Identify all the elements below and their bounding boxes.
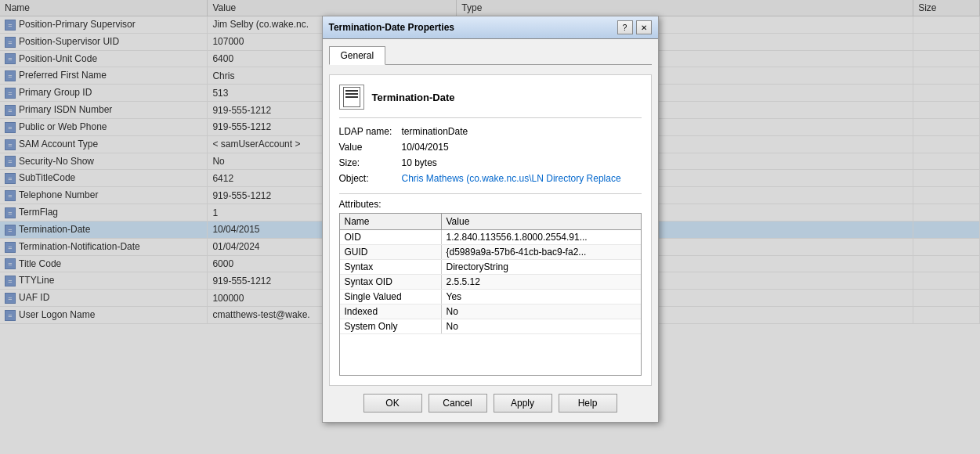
modal-overlay: Termination-Date Properties ? ✕ General [0, 0, 980, 454]
attr-row[interactable]: System OnlyNo [340, 319, 641, 334]
value-value: 10/04/2015 [402, 142, 642, 153]
attr-row[interactable]: SyntaxDirectoryString [340, 260, 641, 275]
tab-general[interactable]: General [329, 46, 386, 65]
attr-col-value: Value [442, 214, 641, 229]
attr-row[interactable]: GUID{d5989a9a-57b6-41cb-bac9-fa2... [340, 245, 641, 260]
close-title-button[interactable]: ✕ [636, 20, 652, 34]
modal-body: General Termination-Date [323, 39, 658, 422]
header-section: Termination-Date [339, 85, 642, 118]
object-value[interactable]: Chris Mathews (co.wake.nc.us\LN Director… [402, 173, 642, 184]
size-value: 10 bytes [402, 157, 642, 168]
attr-value: 1.2.840.113556.1.8000.2554.91... [442, 230, 641, 244]
size-label: Size: [339, 157, 402, 168]
value-row: Value 10/04/2015 [339, 142, 642, 153]
attr-name: OID [340, 230, 442, 244]
property-title: Termination-Date [372, 92, 455, 103]
attr-value: {d5989a9a-57b6-41cb-bac9-fa2... [442, 245, 641, 259]
object-row: Object: Chris Mathews (co.wake.nc.us\LN … [339, 173, 642, 184]
attr-value: Yes [442, 290, 641, 304]
attr-col-name: Name [340, 214, 442, 229]
separator [339, 193, 642, 194]
attr-row[interactable]: OID1.2.840.113556.1.8000.2554.91... [340, 230, 641, 245]
attributes-label: Attributes: [339, 199, 642, 210]
cancel-button[interactable]: Cancel [429, 394, 487, 413]
content-area: Termination-Date LDAP name: terminationD… [329, 74, 652, 386]
ldap-value: terminationDate [402, 126, 642, 137]
ldap-row: LDAP name: terminationDate [339, 126, 642, 137]
attr-value: No [442, 319, 641, 333]
ldap-label: LDAP name: [339, 126, 402, 137]
attr-value: DirectoryString [442, 260, 641, 274]
modal-titlebar: Termination-Date Properties ? ✕ [323, 16, 658, 39]
attr-name: Single Valued [340, 290, 442, 304]
main-window: Name Value Type Size =Position-Primary S… [0, 0, 980, 454]
attr-name: Syntax [340, 260, 442, 274]
help-title-button[interactable]: ? [617, 20, 633, 34]
attr-value: No [442, 304, 641, 319]
attributes-body[interactable]: OID1.2.840.113556.1.8000.2554.91...GUID{… [340, 230, 641, 375]
attributes-header: Name Value [340, 214, 641, 230]
dialog-buttons: OK Cancel Apply Help [329, 386, 652, 416]
apply-button[interactable]: Apply [494, 394, 552, 413]
ok-button[interactable]: OK [363, 394, 422, 413]
attr-value: 2.5.5.12 [442, 275, 641, 289]
attr-name: Indexed [340, 304, 442, 319]
attr-row[interactable]: Single ValuedYes [340, 290, 641, 304]
help-button[interactable]: Help [559, 394, 617, 413]
doc-icon [339, 85, 364, 110]
attr-row[interactable]: IndexedNo [340, 304, 641, 319]
size-row: Size: 10 bytes [339, 157, 642, 168]
modal-dialog: Termination-Date Properties ? ✕ General [322, 16, 659, 423]
tab-strip: General [329, 45, 652, 65]
attr-name: GUID [340, 245, 442, 259]
attr-row[interactable]: Syntax OID2.5.5.12 [340, 275, 641, 290]
modal-title: Termination-Date Properties [329, 22, 454, 33]
object-label: Object: [339, 173, 402, 184]
titlebar-buttons: ? ✕ [617, 20, 652, 34]
attr-name: Syntax OID [340, 275, 442, 289]
value-label: Value [339, 142, 402, 153]
attributes-table: Name Value OID1.2.840.113556.1.8000.2554… [339, 213, 642, 376]
attr-name: System Only [340, 319, 442, 333]
